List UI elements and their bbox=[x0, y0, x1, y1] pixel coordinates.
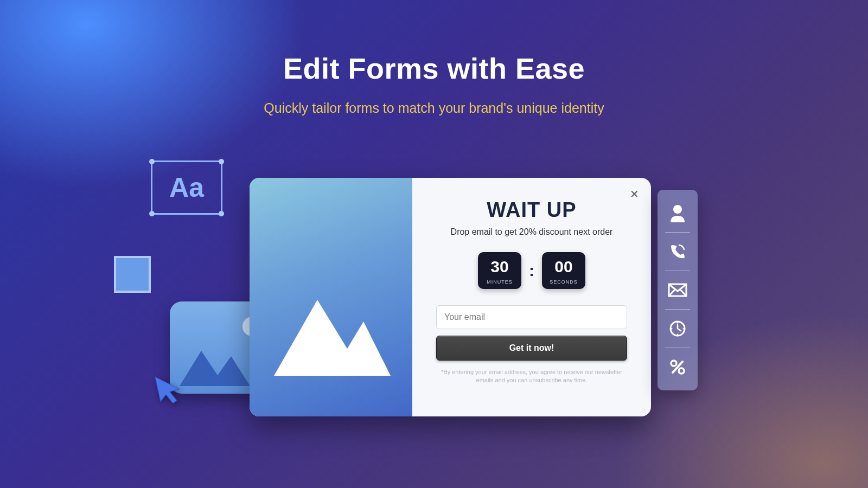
resize-handle-icon[interactable] bbox=[149, 159, 155, 164]
divider bbox=[665, 309, 690, 310]
divider bbox=[665, 232, 690, 233]
tool-sidebar bbox=[658, 190, 698, 390]
svg-point-0 bbox=[673, 205, 682, 214]
text-element[interactable]: Aa bbox=[151, 160, 222, 215]
modal-content-panel: ✕ WAIT UP Drop email to get 20% discount… bbox=[412, 178, 651, 416]
modal-subheading: Drop email to get 20% discount next orde… bbox=[436, 227, 627, 237]
countdown-seconds-label: SECONDS bbox=[542, 279, 585, 285]
sidebar-item-phone[interactable] bbox=[658, 236, 698, 267]
submit-button[interactable]: Get it now! bbox=[436, 336, 627, 361]
svg-line-9 bbox=[673, 362, 682, 373]
svg-point-3 bbox=[677, 322, 679, 324]
countdown-minutes-value: 30 bbox=[478, 259, 521, 275]
shape-element[interactable] bbox=[114, 256, 151, 293]
divider bbox=[665, 348, 690, 348]
divider bbox=[665, 271, 690, 271]
mail-icon bbox=[668, 283, 687, 297]
page-title: Edit Forms with Ease bbox=[0, 52, 868, 85]
countdown-seconds-box: 00 SECONDS bbox=[542, 252, 585, 289]
hero-section: Edit Forms with Ease Quickly tailor form… bbox=[0, 0, 868, 116]
disclaimer-text: *By entering your email address, you agr… bbox=[436, 368, 627, 385]
modal-image-panel bbox=[250, 178, 412, 416]
resize-handle-icon[interactable] bbox=[219, 211, 224, 216]
form-modal: ✕ WAIT UP Drop email to get 20% discount… bbox=[250, 178, 651, 416]
svg-point-5 bbox=[671, 328, 673, 330]
percent-icon bbox=[669, 358, 686, 376]
countdown-minutes-box: 30 MINUTES bbox=[478, 252, 521, 289]
phone-icon bbox=[669, 243, 686, 260]
sidebar-item-mail[interactable] bbox=[658, 274, 698, 306]
svg-point-7 bbox=[671, 361, 676, 366]
page-subtitle: Quickly tailor forms to match your brand… bbox=[0, 100, 868, 116]
text-element-label: Aa bbox=[169, 172, 204, 203]
sidebar-item-clock[interactable] bbox=[658, 313, 698, 344]
modal-heading: WAIT UP bbox=[436, 198, 627, 222]
resize-handle-icon[interactable] bbox=[149, 211, 155, 216]
sidebar-item-user[interactable] bbox=[658, 197, 698, 229]
countdown-separator: : bbox=[529, 261, 534, 280]
close-button[interactable]: ✕ bbox=[630, 188, 639, 201]
svg-point-6 bbox=[683, 328, 685, 330]
countdown-seconds-value: 00 bbox=[542, 259, 585, 275]
resize-handle-icon[interactable] bbox=[219, 159, 224, 164]
email-field[interactable] bbox=[436, 305, 627, 329]
user-icon bbox=[669, 204, 686, 222]
countdown-timer: 30 MINUTES : 00 SECONDS bbox=[436, 252, 627, 289]
close-icon: ✕ bbox=[630, 188, 639, 200]
sidebar-item-percent[interactable] bbox=[658, 351, 698, 383]
cursor-icon bbox=[149, 369, 187, 408]
mountains-icon bbox=[269, 289, 393, 381]
svg-point-4 bbox=[677, 334, 679, 336]
clock-icon bbox=[669, 320, 686, 337]
svg-point-8 bbox=[679, 368, 684, 374]
countdown-minutes-label: MINUTES bbox=[478, 279, 521, 285]
